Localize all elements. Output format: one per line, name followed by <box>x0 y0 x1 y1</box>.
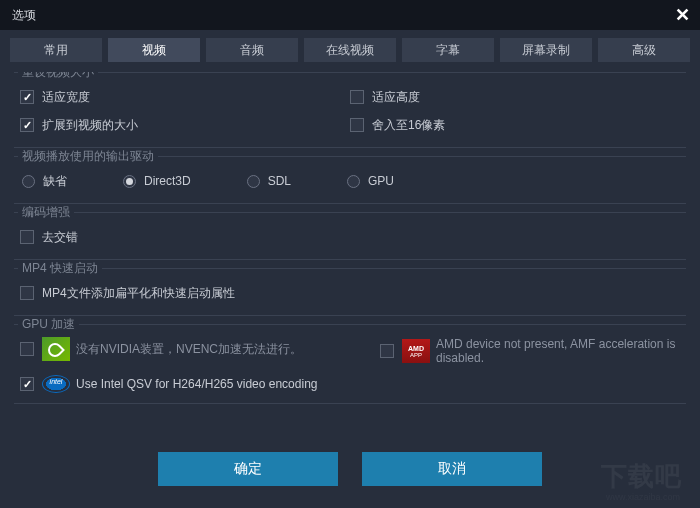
nvidia-label: 没有NVIDIA装置，NVENC加速无法进行。 <box>76 341 302 358</box>
radio-direct3d[interactable] <box>123 175 136 188</box>
section-output-driver: 视频播放使用的输出驱动 缺省 Direct3D SDL GPU <box>14 156 686 204</box>
tab-subtitle[interactable]: 字幕 <box>402 38 494 62</box>
section-resize-title: 重设视频大小 <box>18 72 98 81</box>
radio-gpu-label: GPU <box>368 174 394 188</box>
intel-logo-icon <box>42 375 70 393</box>
fit-height-checkbox[interactable] <box>350 90 364 104</box>
section-gpu-title: GPU 加速 <box>18 316 79 333</box>
expand-to-video-label: 扩展到视频的大小 <box>42 117 138 134</box>
tab-audio[interactable]: 音频 <box>206 38 298 62</box>
amd-label: AMD device not present, AMF acceleration… <box>436 337 680 365</box>
nvidia-logo-icon <box>42 337 70 361</box>
section-mp4-title: MP4 快速启动 <box>18 260 102 277</box>
titlebar: 选项 ✕ <box>0 0 700 30</box>
footer: 确定 取消 <box>0 442 700 508</box>
deinterlace-label: 去交错 <box>42 229 78 246</box>
section-mp4-faststart: MP4 快速启动 MP4文件添加扁平化和快速启动属性 <box>14 268 686 316</box>
snap16-label: 舍入至16像素 <box>372 117 445 134</box>
radio-sdl[interactable] <box>247 175 260 188</box>
ok-button[interactable]: 确定 <box>158 452 338 486</box>
cancel-button[interactable]: 取消 <box>362 452 542 486</box>
window-title: 选项 <box>8 7 36 24</box>
tab-online-video[interactable]: 在线视频 <box>304 38 396 62</box>
radio-direct3d-label: Direct3D <box>144 174 191 188</box>
tab-screen-record[interactable]: 屏幕录制 <box>500 38 592 62</box>
intel-checkbox[interactable] <box>20 377 34 391</box>
section-output-title: 视频播放使用的输出驱动 <box>18 148 158 165</box>
deinterlace-checkbox[interactable] <box>20 230 34 244</box>
expand-to-video-checkbox[interactable] <box>20 118 34 132</box>
options-window: 选项 ✕ 常用 视频 音频 在线视频 字幕 屏幕录制 高级 重设视频大小 适应宽… <box>0 0 700 508</box>
nvidia-checkbox[interactable] <box>20 342 34 356</box>
amd-checkbox[interactable] <box>380 344 394 358</box>
tab-general[interactable]: 常用 <box>10 38 102 62</box>
mp4-flatten-label: MP4文件添加扁平化和快速启动属性 <box>42 285 235 302</box>
section-enhance-title: 编码增强 <box>18 204 74 221</box>
fit-width-checkbox[interactable] <box>20 90 34 104</box>
radio-default-label: 缺省 <box>43 173 67 190</box>
tab-video[interactable]: 视频 <box>108 38 200 62</box>
intel-label: Use Intel QSV for H264/H265 video encodi… <box>76 377 317 391</box>
close-icon[interactable]: ✕ <box>672 6 692 24</box>
radio-gpu[interactable] <box>347 175 360 188</box>
section-gpu-accel: GPU 加速 没有NVIDIA装置，NVENC加速无法进行。 AMD devic… <box>14 324 686 404</box>
tab-bar: 常用 视频 音频 在线视频 字幕 屏幕录制 高级 <box>0 30 700 72</box>
tab-advanced[interactable]: 高级 <box>598 38 690 62</box>
radio-default[interactable] <box>22 175 35 188</box>
amd-logo-icon <box>402 339 430 363</box>
radio-sdl-label: SDL <box>268 174 291 188</box>
content-area: 重设视频大小 适应宽度 适应高度 扩展到视频的大小 舍入至16像 <box>0 72 700 442</box>
section-resize: 重设视频大小 适应宽度 适应高度 扩展到视频的大小 舍入至16像 <box>14 72 686 148</box>
mp4-flatten-checkbox[interactable] <box>20 286 34 300</box>
fit-width-label: 适应宽度 <box>42 89 90 106</box>
snap16-checkbox[interactable] <box>350 118 364 132</box>
section-encode-enhance: 编码增强 去交错 <box>14 212 686 260</box>
fit-height-label: 适应高度 <box>372 89 420 106</box>
